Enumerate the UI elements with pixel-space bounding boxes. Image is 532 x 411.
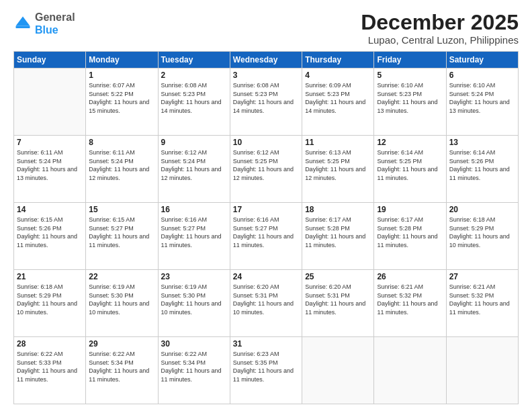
cell-info: Sunrise: 6:07 AM Sunset: 5:22 PM Dayligh… — [89, 81, 154, 115]
calendar-cell: 5Sunrise: 6:10 AM Sunset: 5:23 PM Daylig… — [374, 68, 446, 136]
calendar-header-row: SundayMondayTuesdayWednesdayThursdayFrid… — [14, 52, 519, 68]
calendar-cell: 8Sunrise: 6:11 AM Sunset: 5:24 PM Daylig… — [86, 136, 158, 203]
day-number: 18 — [305, 205, 371, 214]
svg-rect-1 — [16, 26, 30, 29]
day-number: 14 — [17, 205, 83, 214]
day-number: 15 — [89, 205, 154, 214]
day-number: 10 — [233, 138, 299, 147]
cell-info: Sunrise: 6:17 AM Sunset: 5:28 PM Dayligh… — [305, 216, 371, 249]
cell-info: Sunrise: 6:20 AM Sunset: 5:31 PM Dayligh… — [305, 283, 371, 316]
cell-info: Sunrise: 6:17 AM Sunset: 5:28 PM Dayligh… — [377, 216, 443, 249]
calendar-weekday: Wednesday — [230, 52, 302, 68]
calendar-week-row: 21Sunrise: 6:18 AM Sunset: 5:29 PM Dayli… — [14, 270, 519, 337]
cell-info: Sunrise: 6:14 AM Sunset: 5:25 PM Dayligh… — [377, 148, 443, 182]
day-number: 17 — [233, 205, 299, 214]
calendar-cell: 1Sunrise: 6:07 AM Sunset: 5:22 PM Daylig… — [86, 68, 158, 136]
calendar-cell: 25Sunrise: 6:20 AM Sunset: 5:31 PM Dayli… — [302, 270, 374, 337]
cell-info: Sunrise: 6:22 AM Sunset: 5:34 PM Dayligh… — [161, 350, 227, 383]
calendar-cell: 28Sunrise: 6:22 AM Sunset: 5:33 PM Dayli… — [14, 337, 86, 404]
cell-info: Sunrise: 6:11 AM Sunset: 5:24 PM Dayligh… — [89, 148, 154, 182]
cell-info: Sunrise: 6:23 AM Sunset: 5:35 PM Dayligh… — [233, 350, 299, 383]
cell-info: Sunrise: 6:15 AM Sunset: 5:26 PM Dayligh… — [17, 216, 83, 249]
day-number: 30 — [161, 339, 227, 349]
calendar-table: SundayMondayTuesdayWednesdayThursdayFrid… — [13, 51, 519, 404]
cell-info: Sunrise: 6:08 AM Sunset: 5:23 PM Dayligh… — [161, 81, 227, 115]
cell-info: Sunrise: 6:10 AM Sunset: 5:23 PM Dayligh… — [377, 81, 443, 115]
calendar-weekday: Sunday — [14, 52, 86, 68]
day-number: 5 — [377, 71, 443, 80]
calendar-week-row: 1Sunrise: 6:07 AM Sunset: 5:22 PM Daylig… — [14, 68, 519, 136]
calendar-cell: 16Sunrise: 6:16 AM Sunset: 5:27 PM Dayli… — [158, 203, 230, 270]
day-number: 27 — [449, 272, 515, 281]
cell-info: Sunrise: 6:22 AM Sunset: 5:34 PM Dayligh… — [89, 350, 154, 383]
calendar-cell: 7Sunrise: 6:11 AM Sunset: 5:24 PM Daylig… — [14, 136, 86, 203]
calendar-cell: 3Sunrise: 6:08 AM Sunset: 5:23 PM Daylig… — [230, 68, 302, 136]
calendar-cell: 6Sunrise: 6:10 AM Sunset: 5:24 PM Daylig… — [446, 68, 518, 136]
calendar-cell: 30Sunrise: 6:22 AM Sunset: 5:34 PM Dayli… — [158, 337, 230, 404]
day-number: 29 — [89, 339, 154, 349]
day-number: 6 — [449, 71, 515, 80]
calendar-cell: 31Sunrise: 6:23 AM Sunset: 5:35 PM Dayli… — [230, 337, 302, 404]
day-number: 24 — [233, 272, 299, 281]
day-number: 13 — [449, 138, 515, 147]
cell-info: Sunrise: 6:16 AM Sunset: 5:27 PM Dayligh… — [161, 216, 227, 249]
title-block: December 2025 Lupao, Central Luzon, Phil… — [361, 11, 519, 46]
calendar-cell: 11Sunrise: 6:13 AM Sunset: 5:25 PM Dayli… — [302, 136, 374, 203]
cell-info: Sunrise: 6:19 AM Sunset: 5:30 PM Dayligh… — [89, 283, 154, 316]
calendar-weekday: Monday — [86, 52, 158, 68]
cell-info: Sunrise: 6:08 AM Sunset: 5:23 PM Dayligh… — [233, 81, 299, 115]
page: General Blue December 2025 Lupao, Centra… — [0, 0, 532, 411]
calendar-weekday: Tuesday — [158, 52, 230, 68]
day-number: 9 — [161, 138, 227, 147]
logo-text: General Blue — [35, 11, 75, 36]
calendar-cell: 18Sunrise: 6:17 AM Sunset: 5:28 PM Dayli… — [302, 203, 374, 270]
day-number: 3 — [233, 71, 299, 80]
logo: General Blue — [13, 11, 75, 36]
calendar-cell: 17Sunrise: 6:16 AM Sunset: 5:27 PM Dayli… — [230, 203, 302, 270]
calendar-weekday: Thursday — [302, 52, 374, 68]
calendar-week-row: 7Sunrise: 6:11 AM Sunset: 5:24 PM Daylig… — [14, 136, 519, 203]
cell-info: Sunrise: 6:20 AM Sunset: 5:31 PM Dayligh… — [233, 283, 299, 316]
calendar-cell: 24Sunrise: 6:20 AM Sunset: 5:31 PM Dayli… — [230, 270, 302, 337]
cell-info: Sunrise: 6:14 AM Sunset: 5:26 PM Dayligh… — [449, 148, 515, 182]
day-number: 7 — [17, 138, 83, 147]
cell-info: Sunrise: 6:18 AM Sunset: 5:29 PM Dayligh… — [17, 283, 83, 316]
cell-info: Sunrise: 6:18 AM Sunset: 5:29 PM Dayligh… — [449, 216, 515, 249]
calendar-cell: 2Sunrise: 6:08 AM Sunset: 5:23 PM Daylig… — [158, 68, 230, 136]
logo-general: General — [35, 11, 75, 23]
day-number: 20 — [449, 205, 515, 214]
cell-info: Sunrise: 6:13 AM Sunset: 5:25 PM Dayligh… — [305, 148, 371, 182]
calendar-cell: 10Sunrise: 6:12 AM Sunset: 5:25 PM Dayli… — [230, 136, 302, 203]
day-number: 22 — [89, 272, 154, 281]
day-number: 11 — [305, 138, 371, 147]
calendar-cell — [302, 337, 374, 404]
calendar-cell: 29Sunrise: 6:22 AM Sunset: 5:34 PM Dayli… — [86, 337, 158, 404]
calendar-cell: 12Sunrise: 6:14 AM Sunset: 5:25 PM Dayli… — [374, 136, 446, 203]
calendar-cell: 26Sunrise: 6:21 AM Sunset: 5:32 PM Dayli… — [374, 270, 446, 337]
cell-info: Sunrise: 6:09 AM Sunset: 5:23 PM Dayligh… — [305, 81, 371, 115]
cell-info: Sunrise: 6:12 AM Sunset: 5:25 PM Dayligh… — [233, 148, 299, 182]
calendar-week-row: 14Sunrise: 6:15 AM Sunset: 5:26 PM Dayli… — [14, 203, 519, 270]
calendar-week-row: 28Sunrise: 6:22 AM Sunset: 5:33 PM Dayli… — [14, 337, 519, 404]
day-number: 25 — [305, 272, 371, 281]
calendar-cell: 9Sunrise: 6:12 AM Sunset: 5:24 PM Daylig… — [158, 136, 230, 203]
cell-info: Sunrise: 6:15 AM Sunset: 5:27 PM Dayligh… — [89, 216, 154, 249]
day-number: 23 — [161, 272, 227, 281]
day-number: 26 — [377, 272, 443, 281]
calendar-cell — [14, 68, 86, 136]
cell-info: Sunrise: 6:21 AM Sunset: 5:32 PM Dayligh… — [449, 283, 515, 316]
cell-info: Sunrise: 6:12 AM Sunset: 5:24 PM Dayligh… — [161, 148, 227, 182]
cell-info: Sunrise: 6:21 AM Sunset: 5:32 PM Dayligh… — [377, 283, 443, 316]
day-number: 16 — [161, 205, 227, 214]
logo-icon — [13, 14, 32, 33]
day-number: 2 — [161, 71, 227, 80]
day-number: 31 — [233, 339, 299, 349]
calendar-weekday: Friday — [374, 52, 446, 68]
calendar-cell: 22Sunrise: 6:19 AM Sunset: 5:30 PM Dayli… — [86, 270, 158, 337]
day-number: 1 — [89, 71, 154, 80]
calendar-cell: 14Sunrise: 6:15 AM Sunset: 5:26 PM Dayli… — [14, 203, 86, 270]
cell-info: Sunrise: 6:22 AM Sunset: 5:33 PM Dayligh… — [17, 350, 83, 383]
calendar-cell: 27Sunrise: 6:21 AM Sunset: 5:32 PM Dayli… — [446, 270, 518, 337]
calendar-cell: 13Sunrise: 6:14 AM Sunset: 5:26 PM Dayli… — [446, 136, 518, 203]
calendar-weekday: Saturday — [446, 52, 518, 68]
